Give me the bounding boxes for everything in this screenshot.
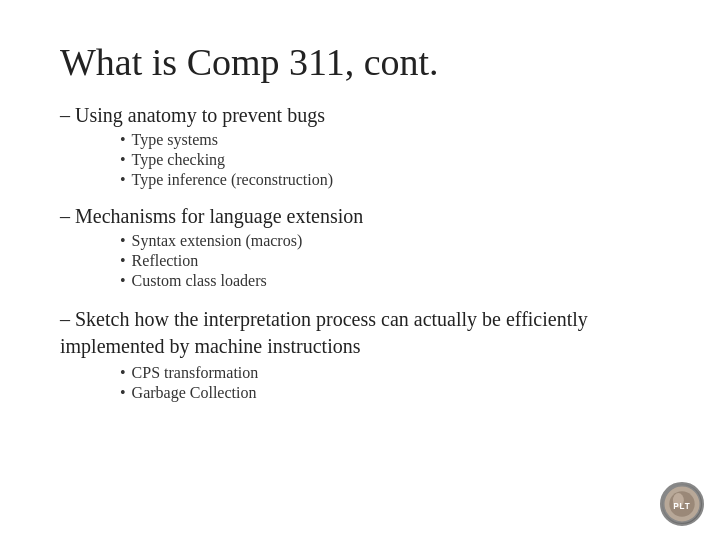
section-sketch-header: – Sketch how the interpretation process … (60, 306, 660, 360)
bullet-garbage-collection: Garbage Collection (120, 384, 660, 402)
slide: What is Comp 311, cont. – Using anatomy … (0, 0, 720, 540)
section-mechanisms: – Mechanisms for language extension Synt… (60, 205, 660, 294)
bullet-custom-class-loaders: Custom class loaders (120, 272, 660, 290)
section-sketch: – Sketch how the interpretation process … (60, 306, 660, 406)
section-mechanisms-header: – Mechanisms for language extension (60, 205, 660, 228)
bullet-syntax-extension: Syntax extension (macros) (120, 232, 660, 250)
plt-logo-svg: PLT (662, 482, 702, 526)
bullet-type-inference: Type inference (reconstruction) (120, 171, 660, 189)
section-anatomy-bullets: Type systems Type checking Type inferenc… (120, 131, 660, 189)
plt-logo: PLT (660, 482, 704, 526)
bullet-type-checking: Type checking (120, 151, 660, 169)
section-sketch-bullets: CPS transformation Garbage Collection (120, 364, 660, 402)
section-anatomy: – Using anatomy to prevent bugs Type sys… (60, 104, 660, 193)
bullet-type-systems: Type systems (120, 131, 660, 149)
section-anatomy-header: – Using anatomy to prevent bugs (60, 104, 660, 127)
bullet-cps-transformation: CPS transformation (120, 364, 660, 382)
bullet-reflection: Reflection (120, 252, 660, 270)
svg-text:PLT: PLT (673, 502, 691, 511)
plt-logo-inner: PLT (660, 482, 704, 526)
slide-title: What is Comp 311, cont. (60, 40, 660, 84)
section-mechanisms-bullets: Syntax extension (macros) Reflection Cus… (120, 232, 660, 290)
